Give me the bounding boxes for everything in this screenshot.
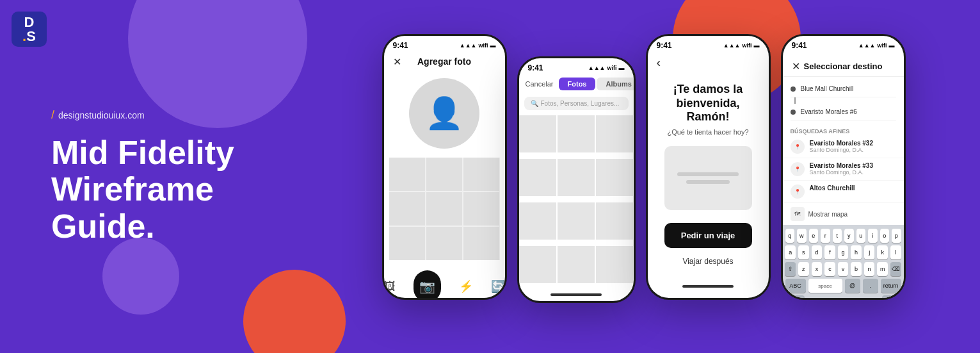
kb-dot[interactable]: . [863, 279, 878, 293]
flip-camera-icon[interactable]: 🔄 [491, 279, 505, 293]
kb-e[interactable]: e [809, 229, 819, 243]
dest-item-2[interactable]: Evaristo Morales #6 [791, 104, 896, 120]
kb-l[interactable]: l [890, 245, 901, 259]
kb-t[interactable]: t [833, 229, 842, 243]
map-line-1 [677, 172, 739, 176]
gallery-cell[interactable] [596, 246, 633, 283]
gallery-search[interactable]: 🔍 Fotos, Personas, Lugares... [524, 97, 629, 110]
photo-cell[interactable] [389, 158, 425, 191]
dest-item-2-label: Evaristo Morales #6 [801, 108, 857, 115]
gallery-cell[interactable] [558, 246, 595, 283]
close-icon[interactable]: ✕ [393, 56, 401, 68]
gallery-cell[interactable] [558, 202, 595, 240]
search-result-1[interactable]: 📍 Evaristo Morales #32 Santo Domingo, D.… [783, 136, 904, 158]
kb-v[interactable]: v [838, 262, 849, 276]
signal-icon: ▲▲▲ [723, 42, 741, 49]
gallery-cell[interactable] [519, 115, 556, 152]
kb-k[interactable]: k [877, 245, 888, 259]
kb-s[interactable]: s [798, 245, 809, 259]
logo-s: S [26, 28, 36, 44]
phone2-time: 9:41 [528, 63, 543, 72]
gallery-cell[interactable] [519, 202, 556, 240]
logo-badge: D .S [12, 12, 47, 47]
phone3-status-icons: ▲▲▲ wifi ▬ [723, 42, 760, 49]
kb-shift[interactable]: ⇧ [785, 262, 796, 276]
capture-button[interactable]: 📷 [414, 270, 441, 298]
route-connector [794, 97, 796, 104]
gallery-cell[interactable] [558, 115, 595, 152]
map-line-2 [686, 180, 730, 184]
title-line3: Guide. [51, 208, 155, 245]
kb-delete[interactable]: ⌫ [890, 262, 901, 276]
welcome-content: ¡Te damos la bienvenida, Ramón! ¿Qué te … [648, 70, 769, 283]
kb-row-4: ABC space @ . return [785, 279, 901, 293]
phone3-time: 9:41 [657, 41, 672, 50]
kb-abc[interactable]: ABC [785, 279, 806, 293]
photo-cell[interactable] [463, 158, 499, 191]
kb-g[interactable]: g [838, 245, 849, 259]
flash-icon[interactable]: ⚡ [459, 279, 473, 293]
gallery-cell[interactable] [596, 202, 633, 240]
gallery-cell[interactable] [519, 159, 556, 196]
cancel-button[interactable]: Cancelar [526, 80, 554, 88]
kb-h[interactable]: h [851, 245, 862, 259]
photo-cell[interactable] [426, 227, 462, 260]
welcome-subtitle: ¿Qué te tienta hacer hoy? [667, 128, 748, 136]
kb-r[interactable]: r [821, 229, 830, 243]
dest-header: ✕ Seleccionar destino [783, 58, 904, 77]
back-icon: ‹ [657, 55, 661, 69]
kb-x[interactable]: x [812, 262, 823, 276]
mostrar-mapa-button[interactable]: 🗺 Mostrar mapa [783, 203, 904, 225]
kb-emoji-button[interactable]: 😊 [787, 295, 805, 298]
viajar-despues-button[interactable]: Viajar después [679, 253, 737, 270]
tab-albums[interactable]: Albums [597, 78, 633, 90]
kb-f[interactable]: f [824, 245, 835, 259]
map-icon: 🗺 [791, 207, 805, 221]
search-result-2[interactable]: 📍 Evaristo Morales #33 Santo Domingo, D.… [783, 158, 904, 181]
kb-mic-button[interactable]: 🎤 [882, 295, 900, 298]
back-button[interactable]: ‹ [648, 53, 769, 70]
search-result-3[interactable]: 📍 Altos Churchill [783, 181, 904, 203]
avatar-placeholder: 👤 [409, 78, 479, 149]
gallery-cell[interactable] [596, 159, 633, 196]
gallery-icon[interactable]: 🖼 [384, 280, 396, 293]
kb-p[interactable]: p [892, 229, 901, 243]
kb-o[interactable]: o [880, 229, 890, 243]
dest-item-1[interactable]: Blue Mall Churchill [791, 81, 896, 97]
recent-destinations: Blue Mall Churchill Evaristo Morales #6 [783, 77, 904, 124]
phone-4: 9:41 ▲▲▲ wifi ▬ ✕ Seleccionar destino Bl… [781, 34, 906, 300]
kb-at[interactable]: @ [845, 279, 860, 293]
tab-fotos[interactable]: Fotos [559, 78, 596, 90]
kb-d[interactable]: d [812, 245, 823, 259]
kb-i[interactable]: i [868, 229, 878, 243]
photo-cell[interactable] [463, 227, 499, 260]
phone2-status-bar: 9:41 ▲▲▲ wifi ▬ [519, 58, 634, 75]
kb-c[interactable]: c [824, 262, 835, 276]
gallery-cell[interactable] [519, 246, 556, 283]
kb-w[interactable]: w [797, 229, 807, 243]
main-title: Mid Fidelity Wireframe Guide. [51, 135, 320, 245]
pedir-viaje-button[interactable]: Pedir un viaje [664, 223, 752, 248]
kb-q[interactable]: q [785, 229, 795, 243]
gallery-cell[interactable] [596, 115, 633, 152]
gallery-cell[interactable] [558, 159, 595, 196]
kb-space[interactable]: space [808, 279, 842, 293]
kb-b[interactable]: b [851, 262, 862, 276]
kb-y[interactable]: y [844, 229, 854, 243]
kb-n[interactable]: n [864, 262, 875, 276]
close-icon[interactable]: ✕ [792, 60, 800, 72]
photo-cell[interactable] [463, 192, 499, 226]
photo-cell[interactable] [426, 192, 462, 226]
photo-cell[interactable] [389, 227, 425, 260]
photo-cell[interactable] [389, 192, 425, 226]
kb-u[interactable]: u [856, 229, 866, 243]
camera-shutter-icon: 📷 [419, 279, 435, 294]
kb-j[interactable]: j [864, 245, 875, 259]
phone4-status-bar: 9:41 ▲▲▲ wifi ▬ [783, 36, 904, 53]
kb-a[interactable]: a [785, 245, 796, 259]
photo-cell[interactable] [426, 158, 462, 191]
keyboard: q w e r t y u i o p a s d f g h [783, 225, 904, 298]
kb-z[interactable]: z [798, 262, 809, 276]
kb-return[interactable]: return [881, 279, 901, 293]
kb-m[interactable]: m [877, 262, 888, 276]
